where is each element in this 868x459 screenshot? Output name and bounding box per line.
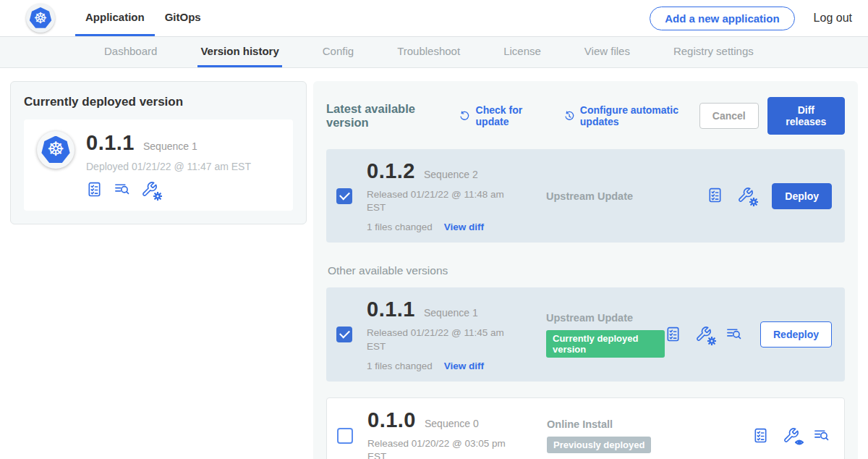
sequence-label: Sequence 2: [424, 169, 478, 180]
other-available-versions-label: Other available versions: [328, 264, 845, 277]
version-row-0-1-1: 0.1.1 Sequence 1 Released 01/21/22 @ 11:…: [326, 287, 845, 381]
top-nav: ☸ Application GitOps Add a new applicati…: [0, 0, 868, 36]
version-info: 0.1.2 Sequence 2 Released 01/21/22 @ 11:…: [367, 159, 524, 232]
configure-automatic-updates-link[interactable]: Configure automatic updates: [563, 104, 699, 127]
app-logo: ☸: [26, 4, 55, 33]
check-for-update-link[interactable]: Check for update: [459, 104, 545, 127]
topnav-tab-gitops[interactable]: GitOps: [155, 0, 211, 36]
logout-link[interactable]: Log out: [814, 12, 852, 25]
view-files-search-icon[interactable]: [114, 181, 132, 199]
refresh-icon: [459, 109, 470, 123]
tab-config[interactable]: Config: [320, 37, 357, 67]
currently-deployed-badge: Currently deployed version: [546, 330, 665, 358]
deploy-button[interactable]: Deploy: [772, 183, 832, 209]
currently-deployed-card: Currently deployed version ☸ 0.1.1 Seque…: [10, 81, 307, 224]
redeploy-button[interactable]: Redeploy: [760, 321, 832, 348]
view-diff-link[interactable]: View diff: [444, 222, 484, 232]
app-subnav: Dashboard Version history Config Trouble…: [0, 36, 868, 68]
tab-dashboard[interactable]: Dashboard: [101, 37, 160, 67]
release-notes-icon[interactable]: [707, 187, 725, 205]
deployed-timestamp: Deployed 01/21/22 @ 11:47 am EST: [86, 161, 251, 172]
version-actions: Deploy: [707, 183, 832, 209]
tab-version-history[interactable]: Version history: [197, 37, 281, 67]
view-diff-link[interactable]: View diff: [444, 361, 484, 371]
diff-releases-button[interactable]: Diff releases: [767, 97, 845, 135]
release-notes-icon[interactable]: [752, 427, 770, 445]
previously-deployed-badge: Previously deployed: [547, 437, 651, 453]
tab-view-files[interactable]: View files: [582, 37, 633, 67]
version-row-0-1-0: 0.1.0 Sequence 0 Released 01/20/22 @ 03:…: [326, 397, 845, 459]
cancel-button[interactable]: Cancel: [699, 103, 759, 129]
version-info: 0.1.1 Sequence 1 Released 01/21/22 @ 11:…: [367, 298, 524, 371]
version-number: 0.1.0: [367, 408, 416, 432]
release-notes-icon[interactable]: [665, 326, 683, 344]
topnav-tab-application[interactable]: Application: [75, 0, 155, 36]
sequence-label: Sequence 1: [424, 307, 478, 319]
version-number: 0.1.2: [367, 159, 415, 183]
kubernetes-logo-icon: ☸: [41, 136, 70, 164]
kubernetes-logo-icon: ☸: [30, 7, 52, 29]
source-label: Upstream Update: [546, 312, 665, 324]
tab-troubleshoot[interactable]: Troubleshoot: [394, 37, 463, 67]
version-checkbox[interactable]: [337, 428, 353, 444]
panel-header: Latest available version Check for updat…: [326, 97, 845, 135]
deployed-version-card: ☸ 0.1.1 Sequence 1 Deployed 01/21/22 @ 1…: [24, 119, 293, 211]
wrench-gear-config-icon[interactable]: [141, 181, 159, 199]
version-actions: [752, 427, 831, 445]
released-timestamp: Released 01/20/22 @ 03:05 pm EST: [367, 437, 525, 459]
deployed-version-info: 0.1.1 Sequence 1 Deployed 01/21/22 @ 11:…: [86, 131, 251, 199]
view-files-search-icon[interactable]: [726, 326, 744, 344]
topnav-right: Add a new application Log out: [650, 0, 852, 36]
clock-refresh-icon: [563, 109, 575, 123]
wrench-gear-config-icon[interactable]: [737, 187, 755, 205]
version-source: Online Install Previously deployed: [525, 418, 752, 453]
version-row-0-1-2: 0.1.2 Sequence 2 Released 01/21/22 @ 11:…: [326, 149, 845, 243]
main-content: Currently deployed version ☸ 0.1.1 Seque…: [0, 68, 868, 459]
version-source: Upstream Update Currently deployed versi…: [524, 312, 665, 358]
version-history-panel: Latest available version Check for updat…: [313, 81, 858, 459]
files-changed-label: 1 files changed: [367, 222, 433, 232]
tab-license[interactable]: License: [501, 37, 544, 67]
source-label: Upstream Update: [546, 190, 707, 202]
add-new-application-button[interactable]: Add a new application: [650, 7, 794, 30]
deployed-version-number: 0.1.1: [86, 131, 135, 155]
source-label: Online Install: [547, 418, 752, 430]
view-files-search-icon[interactable]: [813, 427, 831, 445]
released-timestamp: Released 01/21/22 @ 11:45 am EST: [367, 327, 524, 353]
sequence-label: Sequence 0: [425, 418, 479, 429]
version-source: Upstream Update: [524, 190, 707, 202]
version-info: 0.1.0 Sequence 0 Released 01/20/22 @ 03:…: [367, 408, 525, 459]
version-actions: Redeploy: [665, 321, 832, 348]
wrench-eye-view-config-icon[interactable]: [783, 427, 801, 445]
version-checkbox[interactable]: [336, 327, 352, 342]
files-changed-label: 1 files changed: [367, 361, 433, 371]
deployed-card-title: Currently deployed version: [24, 95, 293, 109]
wrench-gear-config-icon[interactable]: [695, 326, 713, 344]
app-avatar: ☸: [37, 131, 75, 169]
version-checkbox[interactable]: [336, 188, 352, 204]
deployed-sequence-label: Sequence 1: [143, 140, 197, 152]
release-notes-icon[interactable]: [86, 181, 104, 199]
tab-registry-settings[interactable]: Registry settings: [671, 37, 757, 67]
version-number: 0.1.1: [367, 298, 415, 321]
released-timestamp: Released 01/21/22 @ 11:48 am EST: [367, 188, 524, 214]
latest-available-title: Latest available version: [326, 102, 441, 130]
